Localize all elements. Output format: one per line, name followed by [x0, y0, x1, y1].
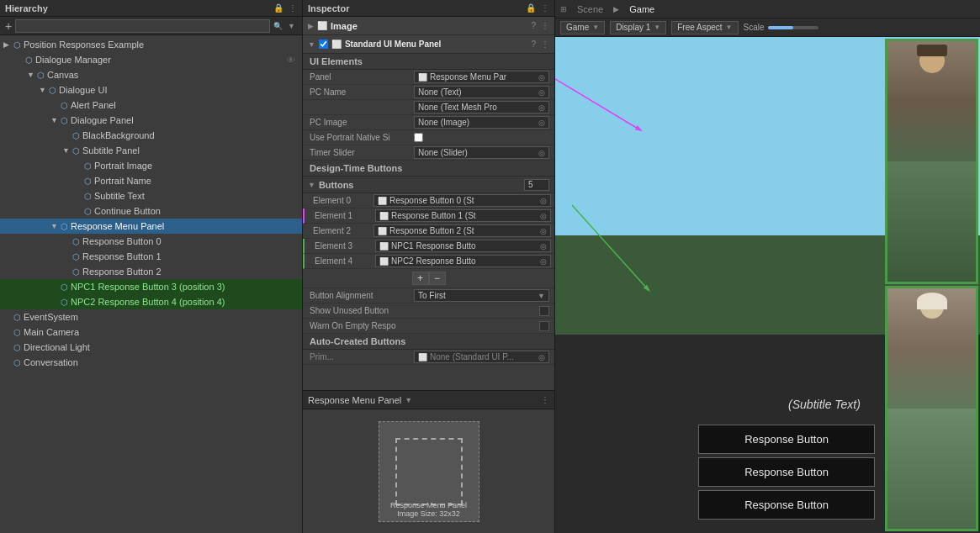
tree-item-npc1-btn[interactable]: ⬡ NPC1 Response Button 3 (position 3)	[0, 279, 302, 294]
tree-item-canvas[interactable]: ▼ ⬡ Canvas	[0, 67, 302, 82]
hierarchy-header: Hierarchy 🔒 ⋮	[0, 0, 302, 17]
el1-circle[interactable]: ◎	[540, 212, 547, 220]
el3-icon: ⬜	[379, 242, 389, 251]
hierarchy-search-bar: + 🔍 ▼	[0, 17, 302, 35]
hierarchy-options-button[interactable]: ▼	[286, 22, 297, 30]
pcimage-value[interactable]: None (Image) ◎	[414, 116, 549, 129]
tree-label: Conversation	[24, 357, 78, 367]
image-component-header: ▶ ⬜ Image ? ⋮	[303, 17, 554, 35]
tree-item-response-btn-1[interactable]: ⬡ Response Button 1	[0, 249, 302, 264]
tree-label: Directional Light	[24, 342, 90, 352]
tree-item-portrait-image[interactable]: ⬡ Portrait Image	[0, 158, 302, 173]
tree-item-position-responses[interactable]: ▶ ⬡ Position Responses Example	[0, 37, 302, 52]
hierarchy-menu-icon[interactable]: ⋮	[289, 3, 297, 13]
tree-item-continue-btn[interactable]: ⬡ Continue Button	[0, 203, 302, 219]
element-4-value[interactable]: ⬜ NPC2 Response Butto ◎	[375, 255, 551, 267]
tree-item-subtitle-text[interactable]: ⬡ Subtitle Text	[0, 188, 302, 203]
el3-circle[interactable]: ◎	[540, 242, 547, 251]
portrait-frame-1	[885, 39, 978, 284]
timer-value[interactable]: None (Slider) ◎	[414, 146, 549, 159]
el2-icon: ⬜	[378, 227, 387, 235]
tree-item-dir-light[interactable]: ⬡ Directional Light	[0, 340, 302, 355]
tree-item-alert-panel[interactable]: ⬡ Alert Panel	[0, 98, 302, 113]
panel-icon: ⬡	[61, 101, 68, 110]
tree-item-portrait-name[interactable]: ⬡ Portrait Name	[0, 173, 302, 188]
pcimage-circle[interactable]: ◎	[538, 119, 545, 127]
preview-box: Response Menu PanelImage Size: 32x32	[379, 421, 479, 522]
tree-item-response-btn-0[interactable]: ⬡ Response Button 0	[0, 234, 302, 249]
el0-circle[interactable]: ◎	[540, 197, 547, 205]
tree-item-dialogue-panel[interactable]: ▼ ⬡ Dialogue Panel	[0, 113, 302, 128]
show-unused-label: Show Unused Button	[310, 306, 536, 315]
scale-slider[interactable]	[768, 26, 818, 29]
display-label: Display 1	[616, 23, 650, 32]
pcname2-circle[interactable]: ◎	[538, 103, 545, 112]
inspector-menu-icon[interactable]: ⋮	[541, 3, 549, 13]
pcname1-value[interactable]: None (Text) ◎	[414, 86, 549, 98]
help-icon[interactable]: ?	[531, 21, 536, 30]
button-alignment-dropdown[interactable]: To First ▼	[414, 289, 549, 302]
auto-created-section: Auto-Created Buttons	[303, 334, 554, 350]
game-dropdown[interactable]: Game ▼	[560, 21, 605, 34]
tree-item-response-btn-2[interactable]: ⬡ Response Button 2	[0, 264, 302, 279]
response-menu-subpanel: Response Menu Panel ▼ ⋮ Response Menu Pa…	[303, 390, 554, 533]
tree-item-dialogue-ui[interactable]: ▼ ⬡ Dialogue UI	[0, 82, 302, 98]
trunc-circle[interactable]: ◎	[538, 353, 545, 361]
tree-arrow: ▼	[39, 86, 47, 94]
response-button-0[interactable]: Response Button	[698, 425, 875, 454]
warn-empty-row: Warn On Empty Respo	[303, 319, 554, 334]
hierarchy-add-button[interactable]: +	[5, 20, 12, 32]
expand-btn-arrow[interactable]: ▼	[308, 181, 315, 189]
add-element-button[interactable]: +	[412, 272, 429, 285]
component-menu-icon[interactable]: ⋮	[541, 21, 549, 30]
tree-item-event-system[interactable]: ⬡ EventSystem	[0, 309, 302, 325]
inspector-content: ▶ ⬜ Image ? ⋮ ▼ ⬜ Standard UI Menu Panel…	[303, 17, 554, 390]
subpanel-menu-icon[interactable]: ⋮	[541, 395, 549, 404]
trunc-value[interactable]: ⬜ None (Standard UI P... ◎	[414, 351, 549, 363]
tree-item-blackbg[interactable]: ⬡ BlackBackground	[0, 128, 302, 143]
show-unused-checkbox[interactable]	[539, 306, 549, 316]
remove-element-button[interactable]: −	[429, 272, 446, 285]
expand-arrow[interactable]: ▶	[308, 22, 314, 30]
buttons-count[interactable]: 5	[524, 179, 549, 191]
element-0-value[interactable]: ⬜ Response Button 0 (St ◎	[373, 194, 551, 207]
pcname1-circle[interactable]: ◎	[538, 88, 545, 97]
tree-item-main-camera[interactable]: ⬡ Main Camera	[0, 325, 302, 340]
tree-item-dialogue-manager[interactable]: ⬡ Dialogue Manager 👁	[0, 52, 302, 67]
component-menu-icon2[interactable]: ⋮	[541, 40, 549, 49]
tree-item-subtitle-panel[interactable]: ▼ ⬡ Subtitle Panel	[0, 143, 302, 158]
pcname2-value[interactable]: None (Text Mesh Pro ◎	[414, 101, 549, 113]
timer-circle[interactable]: ◎	[538, 149, 545, 157]
component-enabled-checkbox[interactable]	[319, 40, 328, 49]
aspect-dropdown[interactable]: Free Aspect ▼	[671, 21, 738, 34]
panel-text: Response Menu Par	[430, 72, 506, 82]
portrait-native-checkbox[interactable]	[414, 133, 423, 142]
portrait-hat1	[917, 45, 947, 56]
el4-circle[interactable]: ◎	[540, 257, 547, 266]
continue-btn-icon: ⬡	[84, 207, 92, 216]
tree-item-response-menu-panel[interactable]: ▼ ⬡ Response Menu Panel	[0, 219, 302, 234]
expand-arrow2[interactable]: ▼	[308, 40, 315, 49]
display-dropdown[interactable]: Display 1 ▼	[610, 21, 666, 34]
tree-label: Response Button 2	[82, 266, 162, 277]
hierarchy-search-input[interactable]	[15, 19, 270, 33]
element-3-value[interactable]: ⬜ NPC1 Response Butto ◎	[375, 240, 551, 252]
event-icon: ⬡	[13, 313, 21, 322]
warn-empty-checkbox[interactable]	[539, 321, 549, 331]
scene-game-toolbar: ⊞ Scene ▶ Game	[555, 0, 980, 18]
tree-label: Dialogue UI	[59, 85, 107, 95]
element-1-value[interactable]: ⬜ Response Button 1 (St ◎	[375, 209, 551, 222]
tree-item-conversation[interactable]: ⬡ Conversation	[0, 355, 302, 370]
el2-circle[interactable]: ◎	[540, 227, 547, 235]
element-2-value[interactable]: ⬜ Response Button 2 (St ◎	[373, 224, 551, 237]
response-button-1[interactable]: Response Button	[698, 457, 875, 487]
subpanel-dropdown-arrow[interactable]: ▼	[405, 396, 412, 404]
panel-circle[interactable]: ◎	[538, 73, 545, 82]
panel-value[interactable]: ⬜ Response Menu Par ◎	[414, 71, 549, 83]
tree-item-npc2-btn[interactable]: ⬡ NPC2 Response Button 4 (position 4)	[0, 294, 302, 309]
svg-line-3	[572, 205, 648, 289]
tab-game[interactable]: Game	[624, 4, 660, 14]
help-icon2[interactable]: ?	[531, 40, 536, 49]
tab-scene[interactable]: Scene	[572, 4, 608, 14]
response-button-2[interactable]: Response Button	[698, 490, 875, 520]
